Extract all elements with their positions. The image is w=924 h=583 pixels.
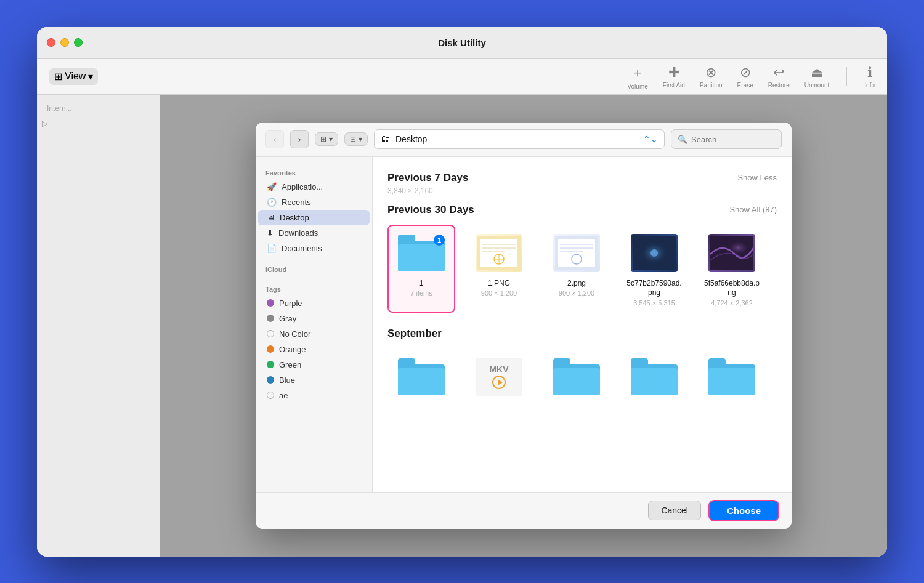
gallery-view-toggle[interactable]: ⊟ ▾ [344,132,368,146]
location-text: Desktop [395,134,427,144]
folder1-badge: 1 [434,235,445,246]
bg-sidebar-item-disclosure: ▷ [37,116,160,131]
app-toolbar: ⊞ View ▾ ＋ Volume ✚ First Aid ⊗ Partitio… [37,59,887,95]
september-title: September [387,328,442,340]
file-item-2png[interactable]: 2.png 900 × 1,200 [543,225,610,313]
panel-sidebar-tag-no-color[interactable]: No Color [258,326,370,342]
location-chevron-icon: ⌃⌄ [643,134,658,144]
5f5af-thumb [707,231,756,275]
sep-mkv-thumb: MKV [474,355,524,399]
panel-sidebar-item-desktop[interactable]: 🖥 Desktop [258,210,370,225]
title-bar: Disk Utility [37,27,887,59]
choose-button[interactable]: Choose [708,500,779,521]
panel-sidebar-item-documents[interactable]: 📄 Documents [258,241,370,256]
panel-main[interactable]: Previous 7 Days Show Less 3,840 × 2,160 … [373,157,792,492]
recents-icon: 🕐 [267,198,277,207]
forward-button[interactable]: › [290,130,309,148]
search-icon: 🔍 [678,135,687,144]
view-label: View [65,71,86,82]
info-icon: ℹ [867,65,872,81]
green-dot [267,361,274,368]
panel-sidebar-item-applications[interactable]: 🚀 Applicatio... [258,179,370,195]
panel-sidebar-item-recents[interactable]: 🕐 Recents [258,195,370,210]
partition-btn[interactable]: ⊗ Partition [700,65,723,89]
app-main-area: ‹ › ⊞ ▾ ⊟ ▾ 🗂 Desktop ⌃⌄ [160,95,887,557]
close-button[interactable] [47,38,55,47]
panel-sidebar-tag-ae[interactable]: ae [258,388,370,403]
1png-dim: 900 × 1,200 [481,289,517,297]
erase-btn[interactable]: ⊘ Erase [737,65,753,89]
panel-sidebar-favorites-title: Favorites [256,164,372,179]
sep-folder1-thumb [397,355,446,399]
prev7-title: Previous 7 Days [387,172,468,184]
info-btn[interactable]: ℹ Info [864,65,875,89]
file-item-sep-folder4[interactable] [698,348,766,409]
file-item-folder1[interactable]: 1 1 7 items [387,225,455,313]
app-content-area: Intern... ▷ ‹ › ⊞ ▾ ⊟ [37,95,887,557]
prev30-files-grid: 1 1 7 items [387,225,777,313]
location-bar[interactable]: 🗂 Desktop ⌃⌄ [374,129,665,149]
first-aid-btn[interactable]: ✚ First Aid [663,65,685,89]
file-item-1png[interactable]: 1.PNG 900 × 1,200 [465,225,533,313]
5c77b-thumb [630,231,679,275]
search-box: 🔍 [671,129,782,149]
first-aid-icon: ✚ [668,65,679,81]
erase-icon: ⊘ [740,65,751,81]
applications-icon: 🚀 [267,182,277,191]
panel-sidebar-tag-purple[interactable]: Purple [258,296,370,311]
search-input[interactable] [691,135,775,144]
panel-sidebar-tag-blue[interactable]: Blue [258,372,370,388]
purple-dot [267,299,274,307]
fullscreen-button[interactable] [74,38,83,47]
file-item-sep-folder1[interactable] [387,348,455,409]
sep-folder2-thumb [552,355,601,399]
prev7-action[interactable]: Show Less [737,173,777,182]
downloads-label: Downloads [278,228,318,238]
file-item-5f5af[interactable]: 5f5af66ebb8da.png 4,724 × 2,362 [698,225,766,313]
folder1-name: 1 [419,279,424,289]
panel-sidebar-tags-title: Tags [256,281,372,296]
cancel-button[interactable]: Cancel [648,501,701,520]
bg-sidebar-item-intern: Intern... [37,101,160,116]
partition-icon: ⊗ [705,65,716,81]
orange-label: Orange [279,345,306,354]
prev7-dim: 3,840 × 2,160 [387,187,777,195]
unmount-btn[interactable]: ⏏ Unmount [804,65,830,89]
panel-toolbar: ‹ › ⊞ ▾ ⊟ ▾ 🗂 Desktop ⌃⌄ [256,123,792,157]
5c77b-image [631,234,678,272]
panel-sidebar-tag-gray[interactable]: Gray [258,311,370,326]
sep-folder1-shape [398,358,445,395]
file-item-5c77b[interactable]: 5c77b2b7590ad.png 3,545 × 5,315 [620,225,688,313]
view-toggle-btn[interactable]: ⊞ View ▾ [49,68,98,85]
desktop-icon: 🖥 [267,213,275,222]
sep-folder4-thumb [707,355,756,399]
minimize-button[interactable] [60,38,69,47]
panel-sidebar-tag-orange[interactable]: Orange [258,342,370,357]
icon-view-chevron: ▾ [329,135,333,143]
file-item-sep-mkv[interactable]: MKV [465,348,533,409]
volume-btn[interactable]: ＋ Volume [627,63,647,90]
unmount-icon: ⏏ [811,65,824,81]
restore-btn[interactable]: ↩ Restore [768,65,790,89]
prev30-action[interactable]: Show All (87) [729,205,777,214]
sep-folder3-thumb [630,355,679,399]
5c77b-name: 5c77b2b7590ad.png [625,279,683,298]
prev7-header: Previous 7 Days Show Less [387,172,777,184]
panel-sidebar-item-downloads[interactable]: ⬇ Downloads [258,225,370,241]
panel-sidebar: Favorites 🚀 Applicatio... 🕐 Recents 🖥 [256,157,373,492]
icon-view-toggle[interactable]: ⊞ ▾ [315,132,338,146]
sf2-front [553,368,600,395]
open-panel: ‹ › ⊞ ▾ ⊟ ▾ 🗂 Desktop ⌃⌄ [256,123,792,529]
location-folder-icon: 🗂 [381,134,391,145]
prev30-title: Previous 30 Days [387,204,474,216]
panel-sidebar-tag-green[interactable]: Green [258,357,370,372]
2png-name: 2.png [567,279,586,289]
back-button[interactable]: ‹ [265,130,284,148]
window-title: Disk Utility [438,38,486,48]
toolbar-separator [846,67,847,86]
unmount-label: Unmount [804,82,830,89]
file-item-sep-folder2[interactable] [543,348,610,409]
panel-footer: Cancel Choose [256,492,792,529]
gallery-view-chevron: ▾ [359,135,362,143]
file-item-sep-folder3[interactable] [620,348,688,409]
